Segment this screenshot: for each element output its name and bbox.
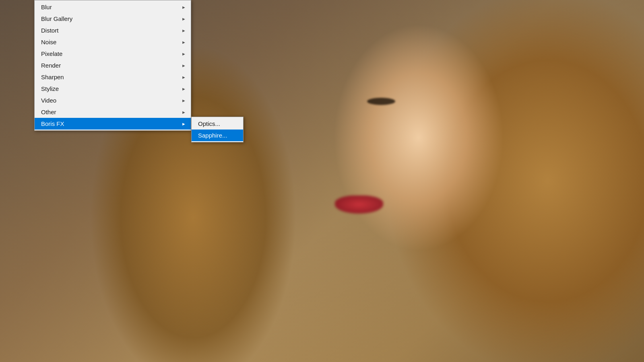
submenu-arrow-stylize: ►: [182, 86, 186, 91]
submenu-arrow-sharpen: ►: [182, 75, 186, 80]
submenu-arrow-blur: ►: [182, 5, 186, 10]
context-menu-container: Blur ► Blur Gallery ► Distort ► Noise ► …: [34, 0, 244, 142]
submenu-item-optics[interactable]: Optics...: [192, 118, 243, 130]
submenu-arrow-pixelate: ►: [182, 51, 186, 56]
submenu-arrow-video: ►: [182, 98, 186, 103]
menu-item-pixelate[interactable]: Pixelate ►: [35, 48, 191, 60]
menu-item-render[interactable]: Render ►: [35, 60, 191, 71]
submenu-arrow-blur-gallery: ►: [182, 16, 186, 21]
submenu-item-sapphire[interactable]: Sapphire...: [192, 130, 243, 141]
menu-item-distort[interactable]: Distort ►: [35, 25, 191, 36]
main-menu: Blur ► Blur Gallery ► Distort ► Noise ► …: [34, 0, 191, 131]
menu-item-blur[interactable]: Blur ►: [35, 1, 191, 13]
menu-item-video[interactable]: Video ►: [35, 95, 191, 106]
lips-accent: [335, 195, 383, 214]
menu-item-noise[interactable]: Noise ►: [35, 36, 191, 48]
menu-item-blur-gallery[interactable]: Blur Gallery ►: [35, 13, 191, 25]
submenu-arrow-noise: ►: [182, 40, 186, 45]
eye-accent: [367, 98, 395, 105]
boris-fx-submenu: Optics... Sapphire...: [191, 117, 244, 142]
submenu-arrow-render: ►: [182, 63, 186, 68]
menu-item-stylize[interactable]: Stylize ►: [35, 83, 191, 95]
menu-item-boris-fx[interactable]: Boris FX ►: [35, 118, 191, 130]
menu-item-sharpen[interactable]: Sharpen ►: [35, 71, 191, 83]
submenu-arrow-distort: ►: [182, 28, 186, 33]
submenu-arrow-other: ►: [182, 110, 186, 115]
submenu-arrow-boris-fx: ►: [182, 121, 186, 126]
menu-item-other[interactable]: Other ►: [35, 106, 191, 118]
